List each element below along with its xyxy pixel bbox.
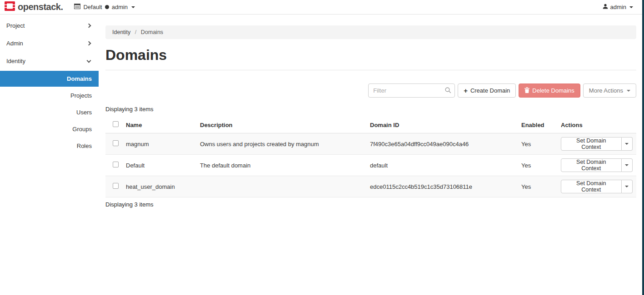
table-row: magnum Owns users and projects created b… xyxy=(105,133,636,155)
domain-list-icon xyxy=(74,4,80,10)
top-navbar: openstack. Default admin admin xyxy=(0,0,644,15)
openstack-brand[interactable]: openstack. xyxy=(5,1,63,13)
delete-domains-button[interactable]: Delete Domains xyxy=(519,84,580,98)
title-divider xyxy=(105,70,636,70)
domain-description-cell: Owns users and projects created by magnu… xyxy=(196,133,366,155)
sidebar-nav: Project Admin Identity Domains Projects … xyxy=(0,15,99,295)
row-action-group: Set Domain Context xyxy=(561,180,633,193)
chevron-down-icon xyxy=(629,6,633,8)
openstack-logo-icon xyxy=(5,1,15,13)
filter-input[interactable] xyxy=(368,84,455,98)
breadcrumb: Identity / Domains xyxy=(105,25,636,39)
chevron-down-icon xyxy=(131,6,135,8)
domain-enabled-cell: Yes xyxy=(518,176,557,197)
sidebar-item-projects[interactable]: Projects xyxy=(0,87,99,104)
sidebar-item-project[interactable]: Project xyxy=(0,17,99,34)
breadcrumb-separator: / xyxy=(135,29,136,35)
chevron-right-icon xyxy=(87,41,91,46)
row-checkbox[interactable] xyxy=(113,140,119,146)
items-count-top: Displaying 3 items xyxy=(105,106,636,113)
breadcrumb-current: Domains xyxy=(141,29,163,35)
table-toolbar: + Create Domain Delete Domains More Acti… xyxy=(105,84,636,98)
column-header-name[interactable]: Name xyxy=(122,117,196,133)
window-edge xyxy=(642,0,644,295)
delete-domains-label: Delete Domains xyxy=(532,87,574,94)
sidebar-item-admin[interactable]: Admin xyxy=(0,34,99,52)
domain-enabled-cell: Yes xyxy=(518,133,557,155)
sidebar-section-label: Identity xyxy=(6,58,25,64)
sidebar-section-label: Admin xyxy=(6,40,23,47)
row-actions-dropdown-button[interactable] xyxy=(622,158,633,172)
main-content: Identity / Domains Domains + Create Doma… xyxy=(99,15,644,295)
filter-group xyxy=(368,84,455,98)
set-domain-context-button[interactable]: Set Domain Context xyxy=(561,158,622,172)
chevron-down-icon xyxy=(87,58,91,63)
select-all-checkbox[interactable] xyxy=(113,121,119,127)
table-header-row: Name Description Domain ID Enabled Actio… xyxy=(105,117,636,133)
domain-id-cell: 7f490c3e65a04dff9cc049ae090c4a46 xyxy=(366,133,518,155)
sidebar-item-roles[interactable]: Roles xyxy=(0,138,99,154)
sidebar-item-domains[interactable]: Domains xyxy=(0,71,99,87)
domain-description-cell xyxy=(196,176,366,197)
row-action-group: Set Domain Context xyxy=(561,137,633,151)
user-menu[interactable]: admin xyxy=(603,4,639,10)
brand-text: openstack. xyxy=(18,2,63,12)
user-name-label: admin xyxy=(610,4,626,10)
column-header-description[interactable]: Description xyxy=(196,117,366,133)
chevron-down-icon xyxy=(625,186,629,187)
row-action-group: Set Domain Context xyxy=(561,158,633,172)
more-actions-button[interactable]: More Actions xyxy=(583,84,636,98)
domain-name-cell: magnum xyxy=(122,133,196,155)
trash-icon xyxy=(524,87,529,94)
domain-id-cell: default xyxy=(366,155,518,176)
page-title: Domains xyxy=(105,47,636,64)
table-row: Default The default domain default Yes S… xyxy=(105,155,636,176)
sidebar-section-label: Project xyxy=(6,22,25,29)
domain-name-cell: Default xyxy=(122,155,196,176)
domain-description-cell: The default domain xyxy=(196,155,366,176)
row-checkbox[interactable] xyxy=(113,183,119,189)
create-domain-label: Create Domain xyxy=(470,87,510,94)
set-domain-context-button[interactable]: Set Domain Context xyxy=(561,180,622,193)
chevron-down-icon xyxy=(627,90,630,92)
create-domain-button[interactable]: + Create Domain xyxy=(458,84,516,98)
row-actions-dropdown-button[interactable] xyxy=(622,137,633,151)
context-separator-dot xyxy=(105,5,109,9)
domains-table: Name Description Domain ID Enabled Actio… xyxy=(105,117,636,197)
chevron-down-icon xyxy=(625,164,629,166)
search-icon[interactable] xyxy=(445,87,451,95)
context-domain-label: Default xyxy=(83,4,102,10)
items-count-bottom: Displaying 3 items xyxy=(105,201,636,208)
context-switcher[interactable]: Default admin xyxy=(74,4,135,10)
set-domain-context-button[interactable]: Set Domain Context xyxy=(561,137,622,151)
column-header-domain-id[interactable]: Domain ID xyxy=(366,117,518,133)
row-actions-dropdown-button[interactable] xyxy=(622,180,633,193)
domain-name-cell: heat_user_domain xyxy=(122,176,196,197)
more-actions-label: More Actions xyxy=(589,87,623,94)
table-row: heat_user_domain edce0115c2cc4b519c1c35d… xyxy=(105,176,636,197)
column-header-enabled[interactable]: Enabled xyxy=(518,117,557,133)
domain-id-cell: edce0115c2cc4b519c1c35d73106811e xyxy=(366,176,518,197)
plus-icon: + xyxy=(464,87,468,94)
domain-enabled-cell: Yes xyxy=(518,155,557,176)
sidebar-item-identity[interactable]: Identity xyxy=(0,52,99,70)
sidebar-item-groups[interactable]: Groups xyxy=(0,121,99,138)
context-project-label: admin xyxy=(112,4,128,10)
sidebar-item-users[interactable]: Users xyxy=(0,104,99,121)
column-header-actions: Actions xyxy=(557,117,636,133)
chevron-down-icon xyxy=(625,143,629,145)
chevron-right-icon xyxy=(87,24,91,28)
row-checkbox[interactable] xyxy=(113,162,119,167)
breadcrumb-identity-link[interactable]: Identity xyxy=(112,29,130,35)
user-icon xyxy=(603,4,608,10)
